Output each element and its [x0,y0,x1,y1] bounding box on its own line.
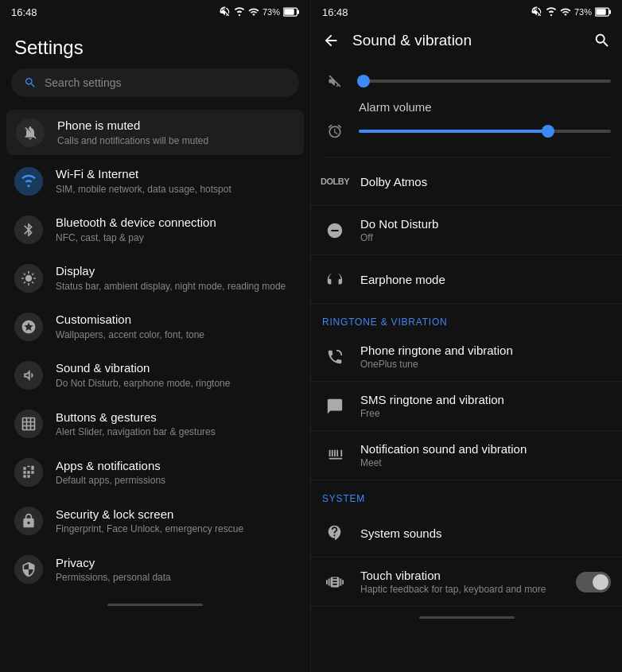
right-content: Alarm volume DOLBY Dolby [311,59,622,672]
battery-text-right: 73% [574,7,592,17]
sms-ringtone-subtitle: Free [360,408,611,419]
settings-search-icon[interactable] [593,32,611,49]
mute-icon-right [531,6,542,17]
touch-vibration-subtitle: Haptic feedback for tap, keyboard and mo… [360,584,563,595]
media-volume-row [322,67,611,95]
touch-vibration-toggle[interactable] [576,572,611,592]
customisation-title: Customisation [56,312,296,328]
bell-off-icon [22,125,38,141]
dnd-title: Do Not Disturb [360,217,611,231]
privacy-title: Privacy [56,555,296,571]
touch-vibration-text: Touch vibration Haptic feedback for tap,… [360,569,563,595]
battery-icon-right [595,7,611,17]
privacy-subtitle: Permissions, personal data [56,572,296,585]
display-subtitle: Status bar, ambient display, night mode,… [56,281,296,293]
signal-right [560,6,571,17]
sms-ringtone-icon [322,394,348,419]
sound-text: Sound & vibration Do Not Disturb, earpho… [56,360,296,390]
media-slider[interactable] [359,80,611,83]
search-bar[interactable]: Search settings [11,68,299,97]
bluetooth-text: Bluetooth & device connection NFC, cast,… [56,215,296,244]
system-sounds-item[interactable]: System sounds [311,509,622,557]
shield-icon [21,561,37,577]
dnd-item[interactable]: Do Not Disturb Off [311,206,622,255]
security-text: Security & lock screen Fingerprint, Face… [56,507,296,536]
settings-item-display[interactable]: Display Status bar, ambient display, nig… [0,254,310,302]
bluetooth-subtitle: NFC, cast, tap & pay [56,232,296,245]
sms-ringtone-text: SMS ringtone and vibration Free [360,393,611,419]
system-sounds-text: System sounds [360,526,611,540]
touch-vibration-item[interactable]: Touch vibration Haptic feedback for tap,… [311,557,622,607]
settings-item-sound[interactable]: Sound & vibration Do Not Disturb, earpho… [0,351,310,399]
search-icon [24,76,37,89]
settings-list: Phone is muted Calls and notifications w… [0,108,310,672]
wifi-icon [21,173,37,189]
signal-icon [248,6,259,17]
dolby-text: Dolby Atmos [360,175,611,188]
settings-item-customisation[interactable]: Customisation Wallpapers, accent color, … [0,302,310,351]
display-icon-bg [14,264,43,293]
settings-item-apps[interactable]: Apps & notifications Default apps, permi… [0,449,310,497]
dnd-icon [322,218,348,243]
right-panel: 16:48 73% Sound & vibration [311,0,622,672]
settings-item-privacy[interactable]: Privacy Permissions, personal data [0,546,310,594]
volume-section: Alarm volume [311,59,622,157]
phone-ringtone-subtitle: OnePlus tune [360,359,611,370]
settings-item-phone-muted[interactable]: Phone is muted Calls and notifications w… [6,110,304,155]
notification-sound-title: Notification sound and vibration [360,442,611,456]
dolby-item[interactable]: DOLBY Dolby Atmos [311,157,622,206]
settings-title: Settings [0,22,310,68]
touch-vibration-title: Touch vibration [360,569,563,582]
search-placeholder: Search settings [45,76,122,89]
phone-ringtone-item[interactable]: Phone ringtone and vibration OnePlus tun… [311,332,622,382]
settings-item-wifi[interactable]: Wi-Fi & Internet SIM, mobile network, da… [0,157,310,205]
sound-icon-bg [14,361,43,390]
notification-sound-icon [322,443,348,468]
earphone-title: Earphone mode [360,273,611,286]
ringtone-section-header: RINGTONE & VIBRATION [311,304,622,332]
wifi-text: Wi-Fi & Internet SIM, mobile network, da… [56,166,296,196]
earphone-item[interactable]: Earphone mode [311,255,622,304]
battery-icon-left [283,7,299,17]
dolby-title: Dolby Atmos [360,175,611,188]
security-title: Security & lock screen [56,507,296,522]
settings-item-buttons[interactable]: Buttons & gestures Alert Slider, navigat… [0,400,310,449]
earphone-text: Earphone mode [360,273,611,286]
notification-sound-subtitle: Meet [360,457,611,468]
customisation-subtitle: Wallpapers, accent color, font, tone [56,329,296,342]
buttons-title: Buttons & gestures [56,410,296,425]
apps-text: Apps & notifications Default apps, permi… [56,458,296,487]
phone-muted-icon-bg [16,118,45,147]
scroll-indicator-right [419,616,515,619]
sound-title: Sound & vibration [56,360,296,376]
privacy-icon-bg [14,555,43,584]
svg-rect-1 [297,10,300,14]
settings-item-bluetooth[interactable]: Bluetooth & device connection NFC, cast,… [0,205,310,254]
display-icon [21,270,37,286]
system-sounds-title: System sounds [360,526,611,540]
touch-vibration-icon [322,569,348,595]
back-icon[interactable] [322,32,340,49]
alarm-slider[interactable] [359,130,611,133]
scroll-indicator-left [107,604,203,606]
dolby-icon: DOLBY [322,169,348,194]
apps-icon [21,464,37,480]
settings-item-security[interactable]: Security & lock screen Fingerprint, Face… [0,497,310,546]
buttons-icon [21,416,37,432]
mute-icon [220,6,231,17]
wifi-status-right [546,6,557,17]
wifi-status-icon [234,6,245,17]
left-panel: 16:48 73% Settings Search settings Phone… [0,0,311,672]
lock-icon [21,513,37,529]
earphone-icon [322,266,348,292]
dnd-text: Do Not Disturb Off [360,217,611,243]
phone-ringtone-text: Phone ringtone and vibration OnePlus tun… [360,344,611,370]
system-section-header: SYSTEM [311,480,622,509]
buttons-icon-bg [14,410,43,438]
sms-ringtone-item[interactable]: SMS ringtone and vibration Free [311,382,622,431]
alarm-volume-label: Alarm volume [322,95,611,117]
notification-sound-item[interactable]: Notification sound and vibration Meet [311,431,622,480]
sound-subtitle: Do Not Disturb, earphone mode, ringtone [56,378,296,390]
media-volume-icon [322,73,348,89]
bluetooth-icon [21,222,37,238]
